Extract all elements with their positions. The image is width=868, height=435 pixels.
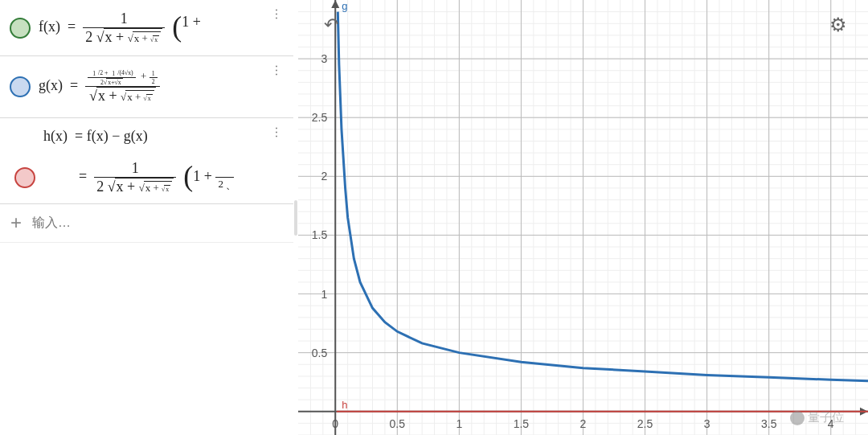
- more-icon[interactable]: ···: [272, 8, 282, 20]
- undo-icon: ↶: [324, 14, 338, 35]
- expression-math-h1[interactable]: h(x) = f(x) − g(x): [43, 128, 282, 145]
- color-dot-placeholder: [14, 126, 35, 147]
- rhs-h-simple: f(x) − g(x): [87, 128, 148, 144]
- svg-text:3: 3: [704, 417, 710, 430]
- gear-icon: ⚙: [829, 14, 847, 36]
- app-root: f(x) = 1 2 x + x + x (1 + ··· g(x) =: [0, 0, 868, 435]
- expression-row-h[interactable]: h(x) = f(x) − g(x) ··· = 1 2 x + x + x (…: [0, 118, 293, 204]
- more-icon[interactable]: ···: [272, 126, 282, 138]
- expression-math-h2[interactable]: = 1 2 x + x + x (1 + 2 ˎ: [43, 160, 282, 195]
- svg-marker-115: [331, 0, 339, 8]
- add-expression-row[interactable]: +: [0, 204, 293, 243]
- plot-svg: 00.511.522.533.540.511.522.53gh: [298, 0, 868, 435]
- svg-text:1.5: 1.5: [312, 228, 328, 241]
- svg-text:1: 1: [321, 288, 327, 301]
- expression-input[interactable]: [32, 215, 293, 230]
- more-icon[interactable]: ···: [272, 64, 282, 76]
- expression-list: f(x) = 1 2 x + x + x (1 + ··· g(x) =: [0, 0, 293, 204]
- expression-sidebar: f(x) = 1 2 x + x + x (1 + ··· g(x) =: [0, 0, 293, 435]
- lhs-f: f(x): [39, 18, 60, 35]
- svg-text:1.5: 1.5: [514, 417, 530, 430]
- svg-text:1: 1: [456, 417, 462, 430]
- color-dot-g[interactable]: [10, 76, 31, 97]
- svg-text:2: 2: [580, 417, 587, 430]
- svg-text:2: 2: [321, 170, 327, 183]
- svg-text:3: 3: [321, 52, 327, 65]
- svg-text:0.5: 0.5: [390, 417, 406, 430]
- settings-button[interactable]: ⚙: [825, 11, 852, 39]
- svg-text:2.5: 2.5: [312, 111, 328, 124]
- svg-text:0.5: 0.5: [312, 347, 328, 359]
- color-dot-f[interactable]: [10, 18, 31, 39]
- lhs-h: h(x): [43, 128, 68, 144]
- expression-row-f[interactable]: f(x) = 1 2 x + x + x (1 + ···: [0, 0, 293, 56]
- color-dot-h[interactable]: [14, 167, 35, 188]
- expression-math-g[interactable]: g(x) = 1/2 + 1/(4√x) 2x+√x + 12 x + x + …: [39, 64, 287, 109]
- svg-text:2.5: 2.5: [637, 417, 653, 430]
- expression-math-f[interactable]: f(x) = 1 2 x + x + x (1 +: [39, 10, 287, 46]
- lhs-g: g(x): [39, 77, 63, 93]
- undo-button[interactable]: ↶: [317, 11, 345, 39]
- svg-text:h: h: [342, 399, 347, 411]
- svg-text:4: 4: [828, 417, 834, 430]
- add-button[interactable]: +: [0, 211, 32, 234]
- graph-area[interactable]: ↶ ⚙ 00.511.522.533.540.511.522.53gh 量子位: [298, 0, 868, 435]
- svg-text:3.5: 3.5: [761, 417, 777, 430]
- expression-row-g[interactable]: g(x) = 1/2 + 1/(4√x) 2x+√x + 12 x + x + …: [0, 56, 293, 118]
- svg-text:g: g: [342, 0, 347, 12]
